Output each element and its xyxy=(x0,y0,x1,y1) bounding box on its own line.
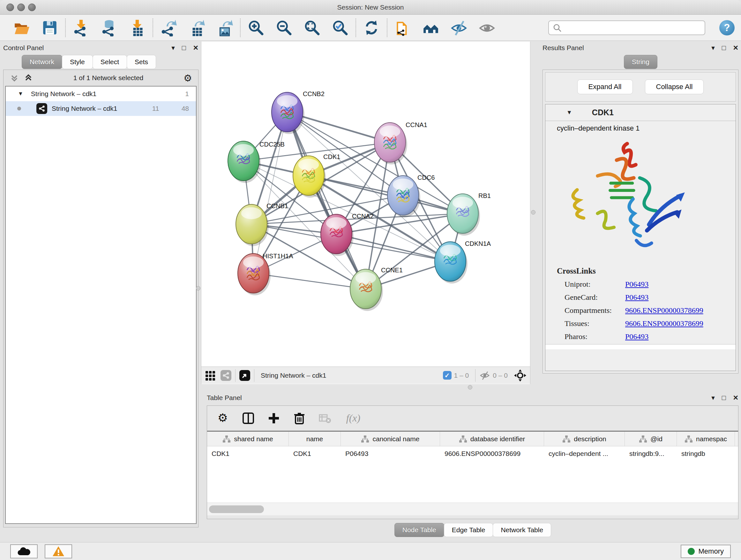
crosslink-value-link[interactable]: P06493 xyxy=(625,280,649,289)
table-cell[interactable]: cyclin–dependent ... xyxy=(544,446,625,461)
panel-collapse-icon[interactable]: ▾ xyxy=(172,44,175,52)
column-header-shared-name[interactable]: shared name xyxy=(207,432,289,446)
crosslink-value-link[interactable]: 9606.ENSP00000378699 xyxy=(625,319,703,328)
scrollbar-thumb[interactable] xyxy=(209,505,264,513)
tab-edge-table[interactable]: Edge Table xyxy=(444,523,493,537)
network-node-CCNE1[interactable]: CCNE1 xyxy=(350,266,403,311)
network-node-CCNB2[interactable]: CCNB2 xyxy=(272,90,325,134)
network-tree-root-row[interactable]: ▼ String Network – cdk1 1 xyxy=(6,86,196,101)
crosslink-value-link[interactable]: P06493 xyxy=(625,293,649,302)
help-button[interactable]: ? xyxy=(719,20,735,36)
table-cell[interactable]: CDK1 xyxy=(289,446,341,461)
panel-collapse-icon[interactable]: ▾ xyxy=(711,394,715,401)
close-window-button[interactable] xyxy=(6,3,14,11)
column-header-description[interactable]: description xyxy=(544,432,625,446)
column-header-name[interactable]: name xyxy=(289,432,341,446)
table-cell[interactable]: CDK1 xyxy=(207,446,289,461)
network-tree-child-row[interactable]: String Network – cdk1 11 48 xyxy=(6,101,196,116)
import-network-button[interactable] xyxy=(67,16,95,39)
network-node-CCNB1[interactable]: CCNB1 xyxy=(236,202,288,246)
cloud-status-button[interactable] xyxy=(10,544,38,558)
save-session-button[interactable] xyxy=(36,16,64,39)
table-cell[interactable]: stringdb:9... xyxy=(625,446,677,461)
network-edge-CDK1-RB1[interactable] xyxy=(309,176,463,213)
export-table-button[interactable] xyxy=(183,16,211,39)
export-network-button[interactable] xyxy=(154,16,183,39)
table-horizontal-scrollbar[interactable] xyxy=(207,503,738,515)
zoom-out-button[interactable] xyxy=(270,16,298,39)
horizontal-splitter-handle[interactable] xyxy=(468,385,472,389)
expand-all-button[interactable]: Expand All xyxy=(577,79,633,94)
tab-network-table[interactable]: Network Table xyxy=(493,523,551,537)
birds-eye-view-icon[interactable] xyxy=(239,370,250,381)
zoom-selected-button[interactable] xyxy=(326,16,354,39)
new-network-from-selection-button[interactable] xyxy=(389,16,417,39)
table-cell[interactable]: P06493 xyxy=(341,446,440,461)
create-column-plus-icon[interactable] xyxy=(267,412,280,425)
refresh-button[interactable] xyxy=(357,16,386,39)
zoom-fit-button[interactable] xyxy=(298,16,326,39)
vertical-splitter-handle-right[interactable] xyxy=(531,210,536,214)
column-header-namespac[interactable]: namespac xyxy=(677,432,735,446)
network-canvas[interactable]: CCNB2CCNA1CDC25BCDK1CDC6RB1CCNB1CCNA2CDK… xyxy=(201,42,530,367)
first-neighbors-button[interactable] xyxy=(417,16,445,39)
panel-float-icon[interactable]: □ xyxy=(722,394,726,401)
selected-items-checkbox[interactable]: ✓ xyxy=(443,371,452,380)
column-header-database-identifier[interactable]: database identifier xyxy=(440,432,544,446)
network-edge-CCNB2-HIST1H1A[interactable] xyxy=(253,112,287,273)
delete-column-trash-icon[interactable] xyxy=(293,412,306,425)
entry-header[interactable]: ▼ CDK1 xyxy=(545,105,736,121)
network-node-CCNA1[interactable]: CCNA1 xyxy=(374,121,427,165)
tab-select[interactable]: Select xyxy=(92,55,127,69)
show-graphics-details-button[interactable] xyxy=(473,16,501,39)
search-input[interactable] xyxy=(562,21,704,34)
entry-expander-icon[interactable]: ▼ xyxy=(566,109,572,116)
hide-selected-button[interactable] xyxy=(445,16,473,39)
network-node-CDKN1A[interactable]: CDKN1A xyxy=(434,240,491,284)
expand-all-networks-icon[interactable] xyxy=(10,73,19,83)
network-node-RB1[interactable]: RB1 xyxy=(447,192,491,236)
crosslink-value-link[interactable]: P06493 xyxy=(625,332,649,341)
tab-node-table[interactable]: Node Table xyxy=(394,523,444,537)
first-neighbors-icon xyxy=(422,19,440,37)
column-header--id[interactable]: @id xyxy=(625,432,677,446)
table-cell[interactable]: 9606.ENSP00000378699 xyxy=(440,446,544,461)
tab-string[interactable]: String xyxy=(624,55,657,69)
panel-close-icon[interactable]: ✕ xyxy=(733,394,738,401)
tab-sets[interactable]: Sets xyxy=(127,55,156,69)
import-table-button[interactable] xyxy=(123,16,151,39)
export-image-button[interactable] xyxy=(211,16,239,39)
network-options-gear-icon[interactable]: ⚙ xyxy=(184,72,192,84)
fit-selected-crosshair-icon[interactable] xyxy=(514,369,527,382)
table-row[interactable]: CDK1CDK1P064939606.ENSP00000378699cyclin… xyxy=(207,446,738,461)
minimize-window-button[interactable] xyxy=(17,3,25,11)
panel-collapse-icon[interactable]: ▾ xyxy=(711,44,715,52)
table-settings-gear-icon[interactable]: ⚙ xyxy=(216,412,229,425)
show-columns-icon[interactable] xyxy=(242,412,255,425)
grid-view-icon[interactable] xyxy=(205,370,216,381)
zoom-in-button[interactable] xyxy=(242,16,270,39)
column-header-canonical-name[interactable]: canonical name xyxy=(341,432,440,446)
warning-status-button[interactable] xyxy=(45,544,72,558)
tab-style[interactable]: Style xyxy=(62,55,93,69)
panel-float-icon[interactable]: □ xyxy=(182,44,186,52)
crosslink-value-link[interactable]: 9606.ENSP00000378699 xyxy=(625,306,703,315)
network-style-icon[interactable] xyxy=(220,370,231,381)
panel-close-icon[interactable]: ✕ xyxy=(193,44,199,52)
vertical-splitter-handle-left[interactable] xyxy=(196,286,200,291)
open-session-button[interactable] xyxy=(8,16,36,39)
import-network-database-button[interactable] xyxy=(95,16,123,39)
table-cell[interactable]: stringdb xyxy=(677,446,735,461)
collapse-all-button[interactable]: Collapse All xyxy=(645,79,704,94)
memory-button[interactable]: Memory xyxy=(681,545,731,558)
toolbar-search-box[interactable] xyxy=(548,20,705,35)
tree-expander-icon[interactable]: ▼ xyxy=(18,91,23,97)
tab-network[interactable]: Network xyxy=(22,55,62,69)
network-node-CDC6[interactable]: CDC6 xyxy=(387,174,434,217)
collapse-all-networks-icon[interactable] xyxy=(23,73,33,83)
zoom-window-button[interactable] xyxy=(28,3,36,11)
network-node-HIST1H1A[interactable]: HIST1H1A xyxy=(238,253,293,295)
panel-close-icon[interactable]: ✕ xyxy=(733,44,738,52)
panel-float-icon[interactable]: □ xyxy=(722,44,726,52)
network-edge-CCNB2-CCNE1[interactable] xyxy=(287,112,366,289)
